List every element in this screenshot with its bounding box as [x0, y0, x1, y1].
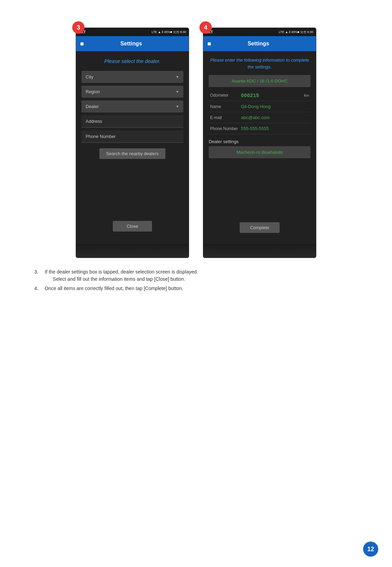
phone-number-label: Phone Number: [210, 126, 241, 131]
phone-row: Phone Number 555-555-5555: [209, 123, 311, 134]
region-arrow-icon: ▼: [176, 90, 179, 94]
address-field[interactable]: Address: [81, 115, 183, 128]
email-label: E-mail: [210, 115, 241, 120]
app-header-3: ■ Settings: [76, 36, 189, 51]
grid-icon-3: ■: [80, 40, 84, 47]
status-right-3: LTE ▲.ll 45%■ 오전 8:30: [152, 30, 186, 34]
app-header-4: ■ Settings: [203, 36, 316, 51]
page-number: 12: [363, 542, 378, 557]
step3-badge: 3: [72, 21, 85, 34]
phone-screen-4: SKT LTE ▲.ll 45%■ 오전 8:30 ■ Settings Ple…: [203, 28, 316, 258]
car-silhouette-3: [76, 244, 189, 258]
address-label: Address: [86, 119, 102, 124]
instruction-4: 4. Once all items are correctly filled o…: [34, 285, 358, 292]
step4-badge: 4: [199, 21, 212, 34]
grid-icon-4: ■: [207, 40, 211, 47]
city-arrow-icon: ▼: [176, 75, 179, 79]
screen4-prompt: Please enter the following information t…: [209, 57, 311, 70]
dealer-name-bar: Macheon-ro Bluehands: [209, 146, 311, 158]
name-label: Name: [210, 104, 241, 109]
app-title-3: Settings: [88, 41, 174, 47]
region-label: Region: [86, 89, 100, 94]
phone-field[interactable]: Phone Number: [81, 130, 183, 143]
screen3-container: 3 SKT LTE ▲.ll 45%■ 오전 8:30 ■ Settings P…: [76, 28, 189, 258]
name-row: Name Gil-Dong Hong: [209, 101, 311, 112]
screen4-body: Please enter the following information t…: [203, 51, 316, 244]
phone-label: Phone Number: [86, 134, 116, 139]
status-bar-4: SKT LTE ▲.ll 45%■ 오전 8:30: [203, 28, 316, 36]
city-dropdown[interactable]: City ▼: [81, 71, 183, 83]
screen3-body: Please select the dealer. City ▼ Region …: [76, 51, 189, 244]
name-value: Gil-Dong Hong: [241, 104, 309, 109]
city-label: City: [86, 74, 93, 79]
complete-button[interactable]: Complete: [240, 222, 280, 233]
screen4-container: 4 SKT LTE ▲.ll 45%■ 오전 8:30 ■ Settings P…: [203, 28, 316, 258]
odometer-label: Odometer: [210, 93, 241, 98]
dealer-dropdown[interactable]: Dealer ▼: [81, 100, 183, 113]
dealer-label: Dealer: [86, 104, 99, 109]
odometer-row: Odometer 000215 km: [209, 90, 311, 101]
status-right-4: LTE ▲.ll 45%■ 오전 8:30: [279, 30, 313, 34]
region-dropdown[interactable]: Region ▼: [81, 86, 183, 98]
instruction-4-text: Once all items are correctly filled out,…: [45, 285, 183, 292]
email-value: abc@abc.com: [241, 115, 309, 120]
app-title-4: Settings: [215, 41, 302, 47]
instructions-section: 3. If the dealer settings box is tapped,…: [21, 268, 371, 292]
car-model-bar: Avante ADC / 16 /1.6 DOHC: [209, 75, 311, 87]
odometer-unit: km: [304, 93, 309, 97]
status-bar-3: SKT LTE ▲.ll 45%■ 오전 8:30: [76, 28, 189, 36]
car-silhouette-4: [203, 244, 316, 258]
phone-number-value: 555-555-5555: [241, 126, 309, 131]
screen3-prompt: Please select the dealer.: [104, 58, 161, 64]
close-button[interactable]: Close: [113, 221, 152, 232]
search-nearby-button[interactable]: Search the nearby dealers: [99, 148, 165, 159]
instruction-3-num: 3.: [34, 268, 45, 276]
odometer-value: 000215: [241, 93, 303, 98]
phone-screen-3: SKT LTE ▲.ll 45%■ 오전 8:30 ■ Settings Ple…: [76, 28, 189, 258]
instruction-4-num: 4.: [34, 285, 45, 292]
instruction-3-text: If the dealer settings box is tapped, de…: [45, 268, 198, 283]
email-row: E-mail abc@abc.com: [209, 112, 311, 123]
instruction-3: 3. If the dealer settings box is tapped,…: [34, 268, 358, 283]
dealer-section-label: Dealer settings: [209, 139, 311, 144]
dealer-arrow-icon: ▼: [176, 105, 179, 108]
